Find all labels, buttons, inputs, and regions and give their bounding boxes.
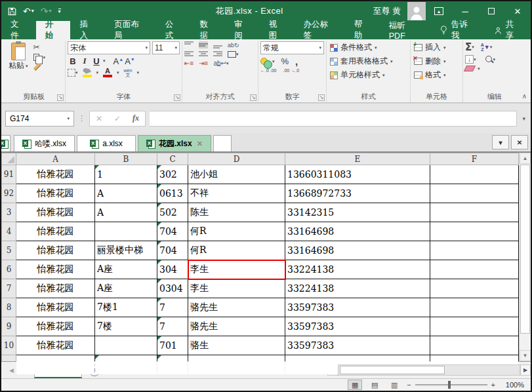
cell[interactable]: 怡雅花园 [16, 165, 95, 184]
underline-button[interactable]: U [91, 56, 102, 66]
zoom-slider[interactable] [415, 384, 487, 385]
ribbon-tab-2[interactable]: 插入 [70, 21, 105, 39]
ribbon-tab-3[interactable]: 页面布局 [105, 21, 155, 39]
cell[interactable] [157, 355, 188, 374]
cell[interactable]: 李生 [188, 260, 285, 279]
cell[interactable]: A座 [95, 260, 157, 279]
prev-sheet-icon[interactable]: ◀ [9, 367, 14, 374]
user-name[interactable]: 至尊 黄 [366, 5, 407, 17]
decrease-indent-icon[interactable]: ⇤≡ [184, 60, 194, 67]
align-left-icon[interactable] [184, 50, 194, 58]
increase-decimal-button[interactable]: ←.0 .00 [260, 68, 277, 73]
normal-view-icon[interactable]: ▦ [348, 380, 362, 390]
cell[interactable]: 怡雅花园 [16, 279, 95, 298]
document-tab-2[interactable]: 花园.xlsx✕ [138, 135, 211, 151]
zoom-level[interactable]: 100% [501, 381, 524, 389]
cell[interactable]: 7楼 [95, 317, 157, 336]
ribbon-tab-5[interactable]: 数据 [190, 21, 225, 39]
confirm-entry-icon[interactable]: ✓ [108, 114, 127, 123]
cell[interactable] [430, 184, 519, 203]
cell[interactable] [430, 260, 519, 279]
fill-button[interactable]: ↓▾ [465, 55, 476, 64]
tab-tell-me[interactable]: 告诉我 [430, 19, 485, 41]
cell[interactable]: 丽景楼中梯 [95, 241, 157, 260]
cell[interactable]: 李生 [188, 279, 285, 298]
cell[interactable] [95, 336, 157, 355]
row-header[interactable]: 10 [2, 336, 16, 355]
cancel-entry-icon[interactable]: ✕ [90, 114, 108, 123]
copy-button[interactable]: ▾ [33, 54, 46, 61]
cell[interactable]: 不祥 [188, 184, 285, 203]
cell[interactable]: 33224138 [285, 279, 430, 298]
zoom-in-icon[interactable]: + [491, 381, 495, 389]
cell[interactable]: 怡雅花园 [16, 222, 95, 241]
percent-style-button[interactable]: % [281, 56, 289, 66]
collapse-ribbon-icon[interactable]: ∧ [522, 92, 527, 100]
cell[interactable]: 怡雅花园 [16, 241, 95, 260]
cell[interactable] [95, 222, 157, 241]
conditional-formatting-button[interactable]: 条件格式▾ [329, 41, 379, 54]
cut-button[interactable]: ✂ [33, 43, 46, 52]
cell[interactable]: 骆生 [188, 336, 285, 355]
column-header-C[interactable]: C [157, 153, 188, 165]
fill-color-button[interactable] [83, 68, 92, 77]
cell[interactable] [430, 279, 519, 298]
ribbon-tab-6[interactable]: 审阅 [225, 21, 260, 39]
cell[interactable] [430, 222, 519, 241]
cell[interactable]: 701 [157, 336, 188, 355]
column-header-E[interactable]: E [285, 153, 430, 165]
row-header[interactable]: 6 [2, 260, 16, 279]
cell-styles-button[interactable]: 单元格样式▾ [329, 69, 386, 81]
ribbon-tab-0[interactable]: 文件 [1, 21, 36, 39]
column-header-D[interactable]: D [188, 153, 285, 165]
cell[interactable]: 33164698 [285, 241, 430, 260]
document-tab-0[interactable]: 哈喽.xlsx [14, 135, 75, 151]
cell[interactable]: 7 [157, 317, 188, 336]
expand-formula-bar-icon[interactable]: ▾ [521, 115, 527, 122]
cell[interactable]: 33597383 [285, 317, 430, 336]
cell[interactable]: A座 [95, 279, 157, 298]
cell[interactable]: 33164698 [285, 222, 430, 241]
cell[interactable]: 怡雅花园 [16, 336, 95, 355]
formula-input[interactable] [150, 111, 517, 127]
cell[interactable]: A [95, 184, 157, 203]
cell[interactable] [430, 298, 519, 317]
cell[interactable]: 何R [188, 222, 285, 241]
cell[interactable]: 怡雅花园 [16, 260, 95, 279]
cell[interactable]: 502 [157, 203, 188, 222]
minimize-button[interactable]: ─ [452, 1, 478, 21]
format-cells-button[interactable]: 格式▾ [413, 69, 447, 81]
column-header-F[interactable]: F [430, 153, 519, 165]
save-icon[interactable] [8, 7, 16, 16]
align-bottom-icon[interactable] [213, 41, 222, 49]
insert-cells-button[interactable]: 插入▾ [413, 41, 447, 54]
cell[interactable]: 怡雅花园 [16, 298, 95, 317]
sort-filter-button[interactable]: AZ▼▾ [481, 43, 493, 52]
maximize-button[interactable] [478, 1, 504, 21]
italic-button[interactable]: I [79, 56, 90, 66]
cell[interactable] [430, 241, 519, 260]
wrap-text-button[interactable]: ab̲↩▾ [213, 60, 228, 67]
page-break-view-icon[interactable]: ▥ [387, 380, 401, 390]
close-button[interactable]: ✕ [504, 1, 531, 21]
cell[interactable]: 0304 [157, 279, 188, 298]
ribbon-tab-10[interactable]: 福昕PDF [380, 21, 430, 39]
accounting-format-button[interactable]: ▾ [260, 58, 275, 65]
cell[interactable]: 33142315 [285, 203, 430, 222]
close-tab-icon[interactable]: ✕ [197, 140, 203, 148]
number-format-combo[interactable]: 常规▾ [260, 41, 324, 54]
scroll-up-icon[interactable]: ▲ [520, 153, 531, 164]
cell[interactable]: 0613 [157, 184, 188, 203]
phonetic-button[interactable]: wén文 [124, 68, 133, 77]
formula-bar-splitter[interactable]: ⋮ [78, 114, 85, 123]
cell[interactable]: 33224138 [285, 260, 430, 279]
new-document-tab[interactable] [213, 135, 232, 151]
zoom-out-icon[interactable]: − [407, 381, 411, 389]
document-tab-clipped[interactable] [0, 135, 10, 151]
increase-font-button[interactable]: A▲ [113, 56, 124, 66]
cell[interactable]: 骆先生 [188, 298, 285, 317]
clear-button[interactable]: ▾ [465, 66, 480, 71]
doc-tab-list-dropdown-icon[interactable]: ▾ [492, 135, 509, 149]
ribbon-display-options-icon[interactable]: ▴ [426, 1, 452, 21]
font-name-combo[interactable]: 宋体▾ [68, 41, 150, 54]
